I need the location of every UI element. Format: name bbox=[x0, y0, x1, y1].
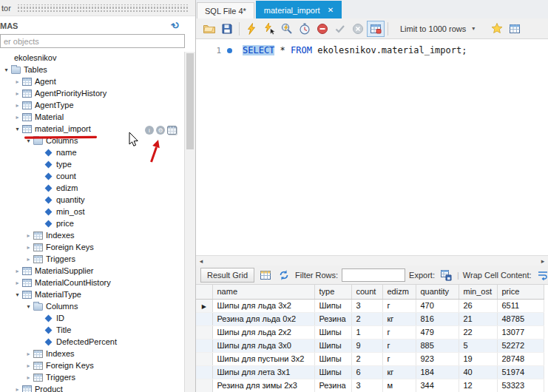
cell-count[interactable]: 9 bbox=[351, 339, 382, 352]
cell-min_ost[interactable]: 26 bbox=[459, 299, 497, 312]
cell-name[interactable]: Шипы для льда 3x0 bbox=[212, 339, 314, 352]
cell-count[interactable]: 2 bbox=[351, 312, 382, 325]
column-header-quantity[interactable]: quantity bbox=[416, 285, 459, 299]
cell-edizm[interactable]: г bbox=[382, 299, 416, 312]
open-script-button[interactable] bbox=[200, 21, 218, 37]
cell-min_ost[interactable]: 12 bbox=[459, 379, 497, 392]
row-selector[interactable] bbox=[196, 379, 212, 392]
cell-type[interactable]: Шипы bbox=[314, 325, 351, 339]
table-row[interactable]: Резина для льда 0x2Резина2кг8162148785 bbox=[196, 312, 544, 325]
tree-item-columns[interactable]: ▾Columns bbox=[0, 300, 184, 312]
tree-item-columns[interactable]: ▾Columns bbox=[0, 135, 184, 146]
tree-item-triggers[interactable]: ▸Triggers bbox=[0, 371, 184, 383]
cell-name[interactable]: Шипы для льда 2x2 bbox=[212, 325, 314, 339]
tree-item-count[interactable]: count bbox=[0, 170, 184, 182]
cell-price[interactable]: 52272 bbox=[497, 339, 544, 352]
tree-item-price[interactable]: price bbox=[0, 217, 184, 229]
tree-item-materialsupplier[interactable]: ▸MaterialSupplier bbox=[0, 265, 184, 277]
table-row[interactable]: Резина для зимы 2x3Резина3м3441253323 bbox=[196, 379, 544, 392]
sql-statement[interactable]: SELECT * FROM ekolesnikov.material_impor… bbox=[243, 45, 467, 55]
tree-item-foreign-keys[interactable]: ▸Foreign Keys bbox=[0, 241, 184, 253]
cell-name[interactable]: Шипы для льда 3x2 bbox=[212, 299, 314, 312]
column-header-type[interactable]: type bbox=[314, 285, 351, 299]
cell-name[interactable]: Шипы для пустыни 3x2 bbox=[212, 352, 314, 365]
toolbar-overflow-icon[interactable] bbox=[506, 21, 524, 37]
grid-view-icon[interactable] bbox=[258, 268, 273, 283]
tree-item-min-ost[interactable]: min_ost bbox=[0, 206, 184, 217]
editor-hscrollbar[interactable]: ◂ ▸ bbox=[196, 255, 548, 266]
row-selector[interactable] bbox=[196, 312, 212, 325]
cell-quantity[interactable]: 923 bbox=[416, 352, 459, 365]
cell-name[interactable]: Шипы для лета 3x1 bbox=[212, 365, 314, 379]
cell-type[interactable]: Шипы bbox=[314, 365, 351, 379]
tree-item-agenttype[interactable]: ▸AgentType bbox=[0, 99, 184, 111]
table-row[interactable]: Шипы для льда 2x2Шипы1г4792213077 bbox=[196, 325, 544, 339]
tree-item-defectedpercent[interactable]: DefectedPercent bbox=[0, 336, 184, 348]
cell-quantity[interactable]: 470 bbox=[416, 299, 459, 312]
expand-arrow-icon[interactable]: ▸ bbox=[13, 268, 22, 274]
result-grid-tab[interactable]: Result Grid bbox=[200, 268, 254, 283]
editor-tab-material-import[interactable]: material_import✕ bbox=[256, 1, 342, 18]
tree-item-materialcounthistory[interactable]: ▸MaterialCountHistory bbox=[0, 277, 184, 288]
table-row[interactable]: Шипы для пустыни 3x2Шипы2г9231928748 bbox=[196, 352, 544, 365]
column-header-edizm[interactable]: edizm bbox=[382, 285, 416, 299]
sql-editor[interactable]: 1 SELECT * FROM ekolesnikov.material_imp… bbox=[196, 39, 548, 255]
cell-quantity[interactable]: 184 bbox=[416, 365, 459, 379]
column-header-count[interactable]: count bbox=[351, 285, 382, 299]
row-selector[interactable] bbox=[196, 339, 212, 352]
column-header-min_ost[interactable]: min_ost bbox=[459, 285, 497, 299]
tree-item-foreign-keys[interactable]: ▸Foreign Keys bbox=[0, 359, 184, 371]
cell-min_ost[interactable]: 40 bbox=[459, 365, 497, 379]
collapse-arrow-icon[interactable]: ▾ bbox=[24, 303, 33, 310]
row-selector[interactable] bbox=[196, 325, 212, 339]
cell-count[interactable]: 3 bbox=[351, 299, 382, 312]
table-row[interactable]: ▶Шипы для льда 3x2Шипы3г470266511 bbox=[196, 299, 544, 312]
save-script-button[interactable] bbox=[218, 21, 236, 37]
schema-filter-input[interactable] bbox=[0, 34, 185, 48]
cell-edizm[interactable]: г bbox=[382, 325, 416, 339]
panel-grip[interactable] bbox=[17, 4, 188, 12]
expand-arrow-icon[interactable]: ▸ bbox=[13, 114, 22, 121]
cell-min_ost[interactable]: 19 bbox=[459, 352, 497, 365]
cell-edizm[interactable]: кг bbox=[382, 365, 416, 379]
tree-item-agent[interactable]: ▸Agent bbox=[0, 75, 184, 87]
refresh-schemas-icon[interactable]: ↻ bbox=[169, 18, 183, 33]
cell-edizm[interactable]: г bbox=[382, 339, 416, 352]
collapse-arrow-icon[interactable]: ▾ bbox=[13, 126, 22, 132]
row-selector[interactable] bbox=[196, 352, 212, 365]
expand-arrow-icon[interactable]: ▸ bbox=[13, 90, 22, 97]
cell-name[interactable]: Резина для льда 0x2 bbox=[212, 312, 314, 325]
scroll-right-arrow-icon[interactable]: ▸ bbox=[538, 257, 548, 265]
collapse-arrow-icon[interactable]: ▾ bbox=[1, 67, 11, 73]
cell-type[interactable]: Шипы bbox=[314, 339, 351, 352]
table-row[interactable]: Шипы для льда 3x0Шипы9г885552272 bbox=[196, 339, 544, 352]
explain-plan-button[interactable] bbox=[278, 21, 296, 37]
commit-button[interactable] bbox=[331, 21, 349, 37]
rollback-button[interactable] bbox=[349, 21, 367, 37]
cell-min_ost[interactable]: 5 bbox=[459, 339, 497, 352]
tree-item-quantity[interactable]: quantity bbox=[0, 194, 184, 206]
scrollbar-thumb[interactable] bbox=[186, 53, 194, 149]
cell-count[interactable]: 3 bbox=[351, 379, 382, 392]
cell-count[interactable]: 2 bbox=[351, 352, 382, 365]
expand-arrow-icon[interactable]: ▸ bbox=[24, 374, 33, 381]
expand-arrow-icon[interactable]: ▸ bbox=[24, 232, 33, 239]
cell-quantity[interactable]: 344 bbox=[416, 379, 459, 392]
row-selector[interactable]: ▶ bbox=[196, 299, 212, 312]
cell-quantity[interactable]: 816 bbox=[416, 312, 459, 325]
collapse-arrow-icon[interactable]: ▾ bbox=[13, 291, 22, 298]
tree-item-indexes[interactable]: ▸Indexes bbox=[0, 229, 184, 241]
expand-arrow-icon[interactable]: ▸ bbox=[24, 362, 33, 369]
cell-price[interactable]: 51974 bbox=[497, 365, 544, 379]
table-row[interactable]: Шипы для лета 3x1Шипы6кг1844051974 bbox=[196, 365, 544, 379]
cell-count[interactable]: 6 bbox=[351, 365, 382, 379]
execute-query-button[interactable] bbox=[243, 21, 260, 37]
scroll-left-arrow-icon[interactable]: ◂ bbox=[196, 257, 206, 265]
cell-edizm[interactable]: м bbox=[382, 379, 416, 392]
table-tools-icon[interactable]: ⚙ bbox=[156, 126, 165, 135]
expand-arrow-icon[interactable]: ▸ bbox=[24, 256, 33, 263]
tree-item-indexes[interactable]: ▸Indexes bbox=[0, 348, 184, 359]
cell-price[interactable]: 28748 bbox=[497, 352, 544, 365]
cell-price[interactable]: 6511 bbox=[497, 299, 544, 312]
tree-item-agentpriorityhistory[interactable]: ▸AgentPriorityHistory bbox=[0, 87, 184, 99]
